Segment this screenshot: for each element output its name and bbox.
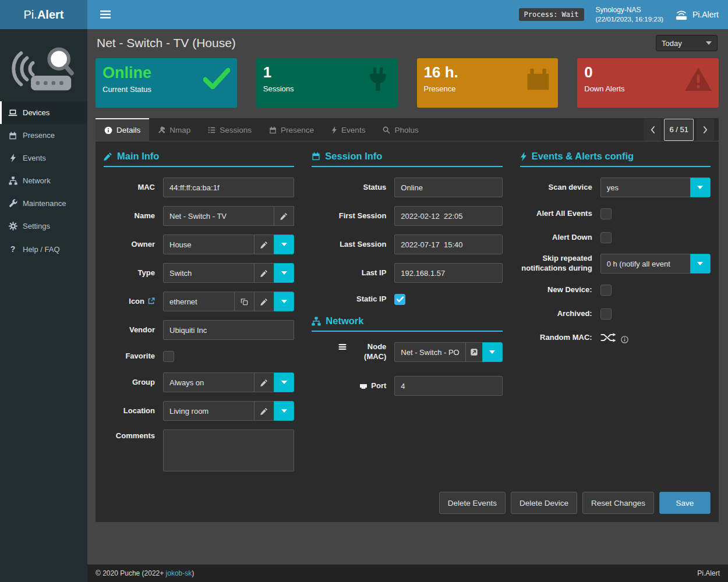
tab-pholus[interactable]: Pholus	[374, 118, 427, 141]
sidebar-item-settings[interactable]: Settings	[0, 215, 87, 237]
info-circle-icon	[104, 126, 112, 134]
edit-owner-button[interactable]	[254, 235, 274, 254]
chevron-left-icon	[650, 126, 655, 134]
comments-label: Comments	[104, 431, 155, 441]
type-dropdown-button[interactable]	[274, 263, 294, 283]
first-session-input[interactable]	[394, 206, 502, 226]
question-icon: ?	[8, 244, 17, 254]
tab-details[interactable]: Details	[96, 118, 149, 141]
name-input[interactable]	[163, 206, 274, 226]
edit-type-button[interactable]	[254, 263, 274, 283]
alert-all-events-row: Alert All Events	[520, 206, 711, 221]
tab-events[interactable]: Events	[323, 118, 374, 141]
edit-name-button[interactable]	[274, 206, 294, 226]
external-link-icon[interactable]	[147, 297, 155, 305]
host-info: Synology-NAS (22/01/2023, 16:19:23)	[596, 5, 663, 24]
sidebar-item-network[interactable]: Network	[0, 169, 87, 192]
tab-sessions[interactable]: Sessions	[199, 118, 260, 141]
alert-all-events-checkbox[interactable]	[600, 208, 612, 219]
copy-icon-button[interactable]	[234, 292, 255, 311]
reset-changes-button[interactable]: Reset Changes	[582, 492, 654, 514]
tab-label: Nmap	[169, 126, 190, 134]
sidebar-item-maintenance[interactable]: Maintenance	[0, 192, 87, 215]
alert-down-checkbox[interactable]	[600, 232, 612, 243]
sitemap-icon	[8, 176, 17, 185]
chevron-right-icon	[703, 126, 708, 134]
group-dropdown-button[interactable]	[274, 372, 294, 392]
comments-row: Comments	[104, 430, 294, 471]
delete-events-button[interactable]: Delete Events	[439, 492, 506, 514]
prev-device-button[interactable]	[644, 119, 661, 141]
sidebar-item-help[interactable]: ? Help / FAQ	[0, 237, 87, 261]
group-input[interactable]	[163, 372, 255, 392]
device-page-indicator: 6 / 51	[664, 119, 694, 141]
plug-icon	[365, 66, 391, 92]
caret-down-icon	[281, 381, 287, 384]
owner-input[interactable]	[163, 235, 255, 254]
comments-textarea[interactable]	[163, 430, 294, 471]
static-ip-label: Static IP	[312, 294, 386, 304]
bolt-icon	[8, 154, 17, 162]
sidebar-item-events[interactable]: Events	[0, 147, 87, 169]
group-label: Group	[104, 378, 155, 388]
icon-dropdown-button[interactable]	[274, 292, 294, 311]
archived-checkbox[interactable]	[600, 308, 612, 320]
sidebar-item-devices[interactable]: Devices	[0, 101, 87, 124]
skip-notifications-dropdown-button[interactable]	[690, 254, 711, 274]
device-detail-panel: Details Nmap Sessions	[96, 118, 719, 522]
sidebar-item-label: Help / FAQ	[23, 245, 60, 254]
sidebar-item-presence[interactable]: Presence	[0, 124, 87, 147]
pencil-icon	[104, 152, 112, 161]
caret-down-icon	[281, 300, 287, 303]
copy-icon	[241, 298, 248, 306]
tabs: Details Nmap Sessions	[96, 118, 427, 141]
sidebar-item-label: Maintenance	[23, 199, 66, 208]
node-mac-input[interactable]	[394, 342, 465, 362]
location-input[interactable]	[163, 401, 255, 421]
save-button[interactable]: Save	[659, 492, 711, 514]
mac-input[interactable]	[163, 178, 294, 197]
icon-input[interactable]	[163, 292, 235, 311]
archived-row: Archived:	[520, 306, 711, 321]
copyright-text: © 2020 Puche (2022+	[96, 569, 166, 577]
jokob-sk-link[interactable]: jokob-sk	[166, 569, 192, 577]
scan-device-dropdown-button[interactable]	[690, 178, 711, 197]
delete-device-button[interactable]: Delete Device	[511, 492, 577, 514]
random-mac-row: Random MAC:	[520, 330, 711, 345]
info-icon[interactable]	[621, 336, 628, 343]
skip-notifications-label: Skip repeated notifications during	[520, 254, 592, 274]
port-label: Port	[312, 381, 386, 391]
period-dropdown[interactable]: Today	[656, 35, 718, 51]
tab-nmap[interactable]: Nmap	[149, 118, 199, 141]
icon-row: Icon	[104, 292, 294, 311]
status-input[interactable]	[394, 178, 502, 197]
last-session-label: Last Session	[312, 240, 386, 250]
favorite-checkbox[interactable]	[163, 351, 174, 362]
sidebar-toggle-button[interactable]	[97, 7, 114, 22]
last-session-input[interactable]	[394, 235, 502, 254]
type-input[interactable]	[163, 263, 255, 283]
tab-presence[interactable]: Presence	[260, 118, 323, 141]
skip-notifications-input[interactable]	[600, 254, 691, 274]
edit-location-button[interactable]	[254, 401, 274, 421]
node-dropdown-button[interactable]	[482, 342, 503, 362]
session-info-column: Session Info Status First Session	[312, 151, 502, 480]
new-device-checkbox[interactable]	[600, 285, 612, 296]
port-input[interactable]	[394, 376, 502, 396]
scan-device-label: Scan device	[520, 183, 592, 193]
static-ip-checkbox[interactable]	[394, 294, 405, 305]
next-device-button[interactable]	[697, 119, 714, 141]
location-dropdown-button[interactable]	[274, 401, 294, 421]
edit-group-button[interactable]	[254, 372, 274, 392]
icon-label: Icon	[104, 297, 155, 307]
open-node-button[interactable]	[465, 342, 483, 362]
edit-icon-button[interactable]	[254, 292, 274, 311]
caret-down-icon	[281, 243, 287, 246]
last-ip-input[interactable]	[394, 263, 502, 283]
vendor-input[interactable]	[163, 320, 294, 340]
tab-label: Pholus	[394, 126, 418, 134]
navbar-app-menu[interactable]: Pi.Alert	[675, 9, 719, 20]
owner-dropdown-button[interactable]	[274, 235, 294, 254]
scan-device-input[interactable]	[600, 178, 691, 197]
brand-logo[interactable]: Pi.Alert	[0, 0, 87, 29]
